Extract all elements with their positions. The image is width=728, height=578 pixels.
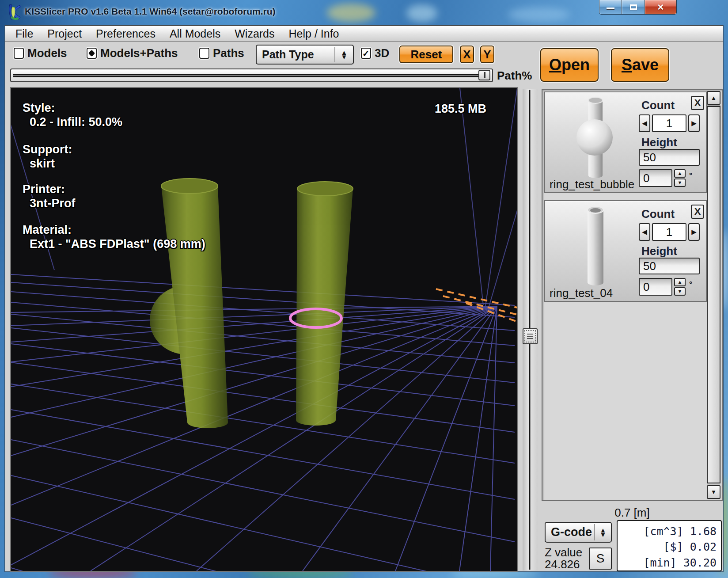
z-value: 24.826 — [545, 558, 580, 571]
check-icon: ✓ — [362, 49, 370, 58]
models-paths-checkbox-label: Models+Paths — [100, 46, 178, 60]
degree-symbol: ° — [689, 280, 692, 289]
remove-model-button[interactable]: X — [691, 96, 704, 110]
checked-dot-icon — [88, 50, 95, 57]
menu-bar: File Project Preferences All Models Wiza… — [5, 25, 723, 42]
close-icon: ✕ — [657, 2, 664, 12]
path-type-dropdown[interactable]: Path Type ▲▼ — [256, 45, 354, 65]
viewport-3d[interactable]: Style: 0.2 - Infill: 50.0% Support: skir… — [10, 87, 518, 572]
height-field[interactable]: 50 — [639, 258, 700, 274]
rotation-field[interactable]: 0 — [639, 169, 672, 187]
client-area: File Project Preferences All Models Wiza… — [4, 25, 724, 572]
scrollbar-thumb[interactable] — [707, 106, 720, 483]
paths-checkbox-row: Paths — [199, 46, 244, 60]
z-slider-handle[interactable] — [523, 328, 538, 344]
scroll-up-button[interactable]: ▲ — [707, 91, 720, 105]
count-decrement-button[interactable]: ◀ — [639, 114, 650, 132]
menu-project[interactable]: Project — [40, 27, 89, 41]
save-button[interactable]: Save — [611, 48, 669, 82]
reset-button[interactable]: Reset — [399, 46, 453, 63]
gcode-dropdown-value: G-code — [546, 525, 594, 539]
dropdown-arrows-icon: ▲▼ — [595, 528, 611, 536]
model-ring-test-bubble-mesh[interactable] — [150, 179, 228, 428]
count-value[interactable]: 1 — [652, 223, 686, 241]
rotation-up-icon[interactable]: ▲ — [674, 278, 686, 286]
total-filament-length: 0.7 [m] — [542, 506, 723, 520]
s-button[interactable]: S — [589, 548, 612, 570]
rotation-down-icon[interactable]: ▼ — [674, 287, 686, 296]
material-label: Material: — [23, 223, 72, 237]
dropdown-arrows-icon: ▲▼ — [335, 50, 353, 59]
gcode-dropdown[interactable]: G-code ▲▼ — [545, 522, 612, 543]
minimize-button[interactable] — [599, 0, 622, 15]
model-card-ring-test-bubble[interactable]: Count X ◀ 1 ▶ Height 50 0 ▲ ▼ ° ring_tes… — [544, 91, 707, 193]
height-label: Height — [641, 244, 677, 258]
path-percent-slider-handle[interactable] — [478, 70, 490, 80]
model-name: ring_test_bubble — [550, 178, 634, 191]
floor-grid — [11, 274, 515, 571]
close-button[interactable]: ✕ — [645, 0, 677, 15]
y-axis-button[interactable]: Y — [480, 46, 494, 63]
models-checkbox-label: Models — [27, 46, 67, 60]
count-decrement-button[interactable]: ◀ — [639, 223, 650, 241]
scroll-down-button[interactable]: ▼ — [707, 485, 720, 499]
stat-volume: [cm^3] 1.68 — [618, 525, 717, 538]
rotation-up-icon[interactable]: ▲ — [674, 169, 686, 178]
model-thumbnail-bubble — [569, 95, 622, 180]
threed-checkbox-label: 3D — [375, 46, 389, 60]
minimize-icon — [607, 8, 614, 9]
height-label: Height — [641, 136, 677, 149]
count-label: Count — [641, 99, 675, 112]
degree-symbol: ° — [689, 171, 692, 180]
menu-help-info[interactable]: Help / Info — [282, 27, 346, 41]
app-logo-icon — [7, 3, 22, 21]
models-panel-scrollbar[interactable]: ▲ ▼ — [707, 91, 720, 499]
menu-preferences[interactable]: Preferences — [89, 27, 163, 41]
rotation-field[interactable]: 0 — [639, 278, 672, 296]
models-checkbox-row: Models — [14, 46, 67, 60]
maximize-button[interactable] — [622, 0, 645, 15]
remove-model-button[interactable]: X — [691, 205, 704, 219]
path-percent-label: Path% — [497, 69, 532, 83]
stat-cost: [$] 0.02 — [618, 540, 717, 553]
model-card-ring-test-04[interactable]: Count X ◀ 1 ▶ Height 50 0 ▲ ▼ ° ring_tes… — [544, 200, 707, 302]
print-stats-box: [cm^3] 1.68 [$] 0.02 [min] 30.20 — [617, 520, 722, 571]
slider-groove — [13, 74, 490, 77]
paths-checkbox[interactable] — [199, 48, 209, 59]
model-ring-test-04-mesh[interactable] — [296, 182, 353, 426]
menu-all-models[interactable]: All Models — [163, 27, 228, 41]
z-value-slider[interactable] — [523, 89, 538, 570]
count-increment-button[interactable]: ▶ — [688, 223, 700, 241]
maximize-icon — [630, 4, 637, 10]
window-title: KISSlicer PRO v1.6 Beta 1.1 Win64 (setar… — [25, 6, 276, 17]
models-paths-checkbox-row: Models+Paths — [87, 46, 178, 60]
count-increment-button[interactable]: ▶ — [688, 114, 700, 132]
open-button[interactable]: Open — [540, 48, 599, 82]
count-label: Count — [641, 207, 675, 221]
paths-checkbox-label: Paths — [213, 46, 244, 60]
viewport-3d-scene — [11, 88, 517, 571]
title-bar[interactable]: KISSlicer PRO v1.6 Beta 1.1 Win64 (setar… — [0, 0, 728, 25]
threed-checkbox[interactable]: ✓ — [361, 48, 371, 59]
models-paths-checkbox[interactable] — [87, 48, 97, 59]
path-percent-slider[interactable] — [10, 68, 493, 82]
menu-wizards[interactable]: Wizards — [228, 27, 281, 41]
model-thumbnail-cylinder — [569, 204, 622, 289]
models-checkbox[interactable] — [14, 48, 24, 59]
count-value[interactable]: 1 — [652, 114, 686, 132]
app-window: KISSlicer PRO v1.6 Beta 1.1 Win64 (setar… — [0, 0, 728, 578]
menu-file[interactable]: File — [8, 27, 40, 41]
models-panel: Count X ◀ 1 ▶ Height 50 0 ▲ ▼ ° ring_tes… — [542, 89, 723, 501]
style-label: Style: — [23, 101, 55, 115]
rotation-spinner[interactable]: ▲ ▼ — [674, 169, 686, 187]
height-field[interactable]: 50 — [639, 149, 700, 166]
rotation-down-icon[interactable]: ▼ — [674, 179, 686, 187]
stat-time: [min] 30.20 — [618, 556, 717, 569]
style-value: 0.2 - Infill: 50.0% — [30, 115, 122, 129]
threed-checkbox-row: ✓ 3D — [361, 46, 389, 60]
memory-usage: 185.5 MB — [435, 102, 486, 116]
x-axis-button[interactable]: X — [460, 46, 474, 63]
printer-label: Printer: — [23, 183, 65, 196]
material-value: Ext1 - "ABS FDPlast" (698 mm) — [30, 237, 205, 251]
rotation-spinner[interactable]: ▲ ▼ — [674, 278, 686, 296]
